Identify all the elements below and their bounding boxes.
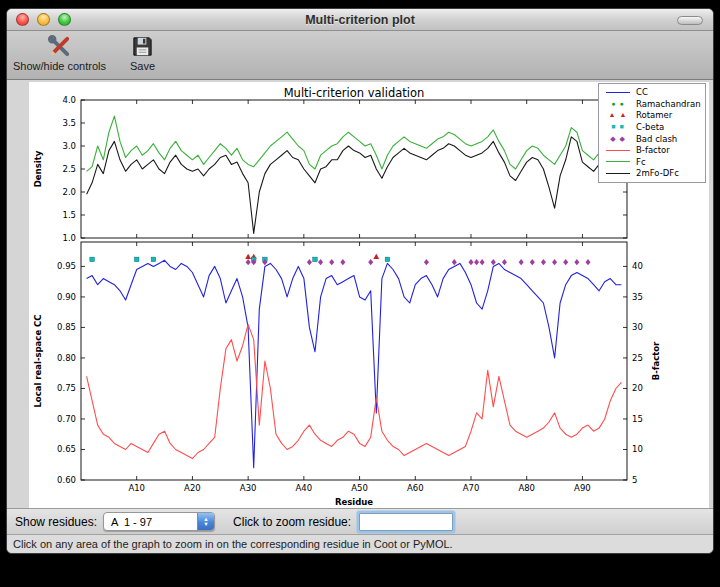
figure-title: Multi-criterion validation (29, 86, 679, 100)
zoom-window-button[interactable] (58, 13, 71, 26)
crossed-tools-icon (47, 34, 72, 59)
svg-text:1.0: 1.0 (62, 233, 76, 243)
svg-text:B-factor: B-factor (651, 341, 661, 380)
svg-text:25: 25 (632, 353, 643, 363)
svg-text:2.0: 2.0 (62, 187, 76, 197)
close-button[interactable] (16, 13, 29, 26)
svg-text:A50: A50 (351, 483, 368, 493)
svg-text:20: 20 (632, 383, 643, 393)
svg-text:A70: A70 (463, 483, 480, 493)
plot-figure[interactable]: 1.01.52.02.53.03.54.0Density0.600.650.70… (29, 82, 709, 508)
title-bar: Multi-criterion plot (7, 9, 713, 31)
svg-text:A60: A60 (407, 483, 424, 493)
svg-text:30: 30 (632, 322, 643, 332)
svg-text:0.65: 0.65 (57, 444, 76, 454)
svg-text:A40: A40 (296, 483, 313, 493)
svg-text:Density: Density (33, 150, 43, 187)
show-hide-controls-button[interactable]: Show/hide controls (13, 34, 106, 72)
svg-text:0.70: 0.70 (57, 414, 76, 424)
window-buttons (16, 13, 71, 26)
legend-entry-b-factor: B-factor (603, 145, 701, 156)
app-window: Multi-criterion plot Show/hide controls … (6, 8, 714, 554)
svg-text:10: 10 (632, 444, 643, 454)
plot-legend: CC● ●Ramachandran▲ ▲Rotamer■ ■C-beta◆ ◆B… (598, 83, 706, 183)
svg-text:3.5: 3.5 (62, 118, 76, 128)
svg-text:Residue: Residue (335, 497, 373, 507)
show-residues-label: Show residues: (15, 515, 97, 529)
svg-text:40: 40 (632, 261, 643, 271)
status-text: Click on any area of the graph to zoom i… (13, 538, 453, 550)
window-title: Multi-criterion plot (305, 13, 415, 27)
floppy-disk-icon (130, 34, 155, 59)
svg-text:A90: A90 (574, 483, 591, 493)
svg-text:0.95: 0.95 (57, 261, 76, 271)
svg-text:1.5: 1.5 (62, 210, 76, 220)
legend-entry-rotamer: ▲ ▲Rotamer (603, 110, 701, 121)
minimize-button[interactable] (37, 13, 50, 26)
save-label: Save (130, 60, 155, 72)
svg-text:2.5: 2.5 (62, 164, 76, 174)
controls-bar: Show residues: A 1 - 97 ▲▼ Click to zoom… (7, 508, 713, 534)
svg-text:5: 5 (632, 475, 637, 485)
zoom-residue-input[interactable] (359, 513, 453, 531)
svg-text:35: 35 (632, 292, 643, 302)
toolbar-toggle-button[interactable] (677, 16, 703, 25)
svg-text:0.60: 0.60 (57, 475, 76, 485)
residue-range-dropdown[interactable]: A 1 - 97 ▲▼ (103, 512, 215, 531)
svg-text:A10: A10 (128, 483, 145, 493)
legend-entry-bad-clash: ◆ ◆Bad clash (603, 133, 701, 144)
svg-text:0.90: 0.90 (57, 292, 76, 302)
save-button[interactable]: Save (130, 34, 155, 72)
legend-entry-fc: Fc (603, 157, 701, 168)
legend-entry-ramachandran: ● ●Ramachandran (603, 99, 701, 110)
legend-entry-2mfo-dfc: 2mFo-DFc (603, 168, 701, 179)
plot-panel: 1.01.52.02.53.03.54.0Density0.600.650.70… (7, 80, 713, 508)
svg-text:3.0: 3.0 (62, 141, 76, 151)
svg-text:A20: A20 (184, 483, 201, 493)
svg-text:Local real-space CC: Local real-space CC (33, 314, 43, 407)
svg-text:A30: A30 (240, 483, 257, 493)
svg-text:0.75: 0.75 (57, 383, 76, 393)
toolbar: Show/hide controls Save (7, 31, 713, 80)
svg-text:A80: A80 (518, 483, 535, 493)
zoom-residue-label: Click to zoom residue: (233, 515, 351, 529)
legend-entry-c-beta: ■ ■C-beta (603, 122, 701, 133)
legend-entry-cc: CC (603, 87, 701, 98)
dropdown-stepper-icon: ▲▼ (197, 513, 214, 530)
show-hide-controls-label: Show/hide controls (13, 60, 106, 72)
svg-text:0.85: 0.85 (57, 322, 76, 332)
svg-text:0.80: 0.80 (57, 353, 76, 363)
svg-text:15: 15 (632, 414, 643, 424)
status-bar: Click on any area of the graph to zoom i… (7, 534, 713, 553)
